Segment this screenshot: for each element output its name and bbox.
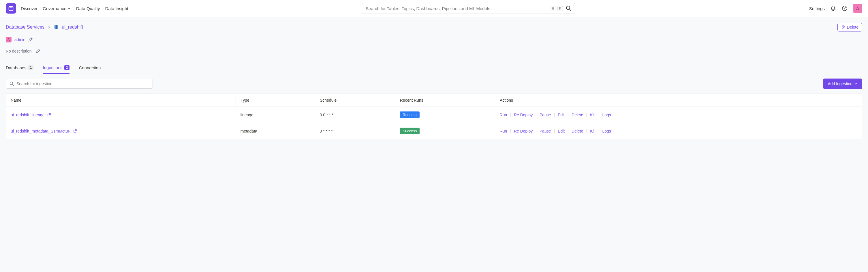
header-right: Settings A [809,4,862,13]
action-kill[interactable]: Kill [590,113,595,117]
settings-link[interactable]: Settings [809,6,825,11]
action-edit[interactable]: Edit [558,129,565,133]
external-link-button[interactable] [73,129,77,133]
tab-databases-count: 1 [28,65,34,70]
chevron-down-icon [67,7,71,10]
action-logs[interactable]: Logs [602,113,611,117]
svg-point-7 [10,82,13,85]
tab-databases[interactable]: Databases 1 [6,63,33,74]
breadcrumb: Database Services ui_redshift [6,25,83,30]
app-logo[interactable] [6,3,16,13]
action-run[interactable]: Run [500,113,507,117]
cell-type: lineage [236,107,315,123]
tab-ingestions-label: Ingestions [43,65,62,70]
svg-point-2 [566,6,570,9]
action-pause[interactable]: Pause [539,129,551,133]
tab-databases-label: Databases [6,65,27,70]
cell-recent-runs: Running [395,107,495,123]
global-search[interactable]: ⌘ K [362,3,575,14]
chevron-right-icon [47,25,51,29]
pencil-icon [28,37,33,42]
table-header-row: Name Type Schedule Recent Runs Actions [6,94,862,107]
breadcrumb-current[interactable]: ui_redshift [62,25,83,30]
action-edit[interactable]: Edit [558,113,565,117]
svg-point-1 [9,6,13,8]
cell-name: ui_redshift_lineage [6,107,236,123]
notifications-button[interactable] [830,5,836,11]
table-row: ui_redshift_metadata_S1mMctBFmetadata0 *… [6,123,862,139]
action-delete[interactable]: Delete [571,129,583,133]
nav-data-insight[interactable]: Data Insight [105,6,128,11]
svg-rect-6 [57,25,58,29]
tab-ingestions[interactable]: Ingestions 2 [43,63,69,74]
edit-description-button[interactable] [36,49,40,53]
kbd-cmd: ⌘ [550,6,556,11]
ingestion-search[interactable] [6,79,153,89]
nav-governance[interactable]: Governance [43,6,71,11]
action-redeploy[interactable]: Re Deploy [514,113,533,117]
owner-section: A admin [6,37,862,43]
cell-recent-runs: Success [395,123,495,139]
chevron-down-icon [854,82,858,85]
svg-rect-5 [56,25,57,29]
trash-icon [841,25,845,29]
delete-button[interactable]: Delete [837,23,862,31]
ingestion-search-input[interactable] [17,81,149,86]
ingestion-name-link[interactable]: ui_redshift_metadata_S1mMctBF [11,129,71,133]
top-header: Discover Governance Data Quality Data In… [0,0,868,17]
action-delete[interactable]: Delete [571,113,583,117]
tab-connection-label: Connection [79,65,101,70]
cell-name: ui_redshift_metadata_S1mMctBF [6,123,236,139]
table-row: ui_redshift_lineagelineage0 0 * * *Runni… [6,107,862,123]
th-schedule: Schedule [315,94,395,107]
th-name: Name [6,94,236,107]
cell-schedule: 0 0 * * * [315,107,395,123]
th-type: Type [236,94,315,107]
action-logs[interactable]: Logs [602,129,611,133]
status-badge: Success [400,128,420,134]
cell-schedule: 0 * * * * [315,123,395,139]
kbd-k: K [557,6,563,11]
nav-discover[interactable]: Discover [21,6,37,11]
svg-rect-4 [55,25,56,29]
owner-avatar: A [6,37,11,43]
cell-actions: Run|Re Deploy|Pause|Edit|Delete|Kill|Log… [495,123,862,139]
user-avatar[interactable]: A [853,4,862,13]
action-pause[interactable]: Pause [539,113,551,117]
search-icon [9,81,14,86]
database-icon [54,25,59,30]
external-link-icon [73,129,77,133]
bell-icon [830,5,836,11]
action-run[interactable]: Run [500,129,507,133]
owner-name[interactable]: admin [14,37,25,42]
add-ingestion-label: Add Ingestion [828,81,852,86]
page-content: Database Services ui_redshift Delete A a… [0,17,868,145]
status-badge: Running [400,111,419,118]
cell-actions: Run|Re Deploy|Pause|Edit|Delete|Kill|Log… [495,107,862,123]
nav-governance-label: Governance [43,6,66,11]
main-nav: Discover Governance Data Quality Data In… [21,6,128,11]
cell-type: metadata [236,123,315,139]
tabs: Databases 1 Ingestions 2 Connection [6,63,862,74]
ingestion-name-link[interactable]: ui_redshift_lineage [11,113,45,117]
keyboard-shortcut: ⌘ K [550,6,563,11]
tab-connection[interactable]: Connection [79,63,101,74]
action-redeploy[interactable]: Re Deploy [514,129,533,133]
description-text: No description [6,49,32,53]
page-topbar: Database Services ui_redshift Delete [6,23,862,31]
breadcrumb-root[interactable]: Database Services [6,25,44,30]
pencil-icon [36,49,40,53]
action-kill[interactable]: Kill [590,129,595,133]
search-input[interactable] [366,6,550,11]
search-container: ⌘ K [133,3,805,14]
tab-ingestions-count: 2 [64,65,70,70]
help-button[interactable] [841,5,848,11]
external-link-icon [47,113,51,117]
edit-owner-button[interactable] [28,37,33,42]
nav-data-quality[interactable]: Data Quality [76,6,100,11]
th-actions: Actions [495,94,862,107]
external-link-button[interactable] [47,113,51,117]
add-ingestion-button[interactable]: Add Ingestion [823,79,862,89]
description-section: No description [6,49,862,53]
ingestion-toolbar: Add Ingestion [6,79,862,89]
